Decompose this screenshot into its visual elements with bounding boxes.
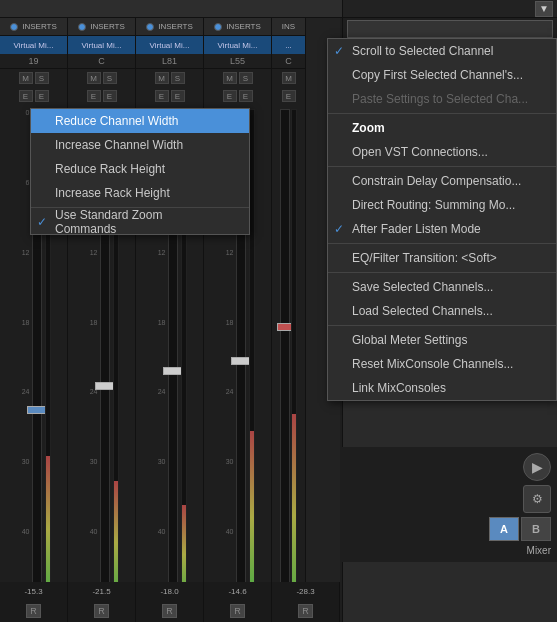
btn-row2: E E	[68, 87, 135, 105]
menu-item-save-channels[interactable]: Save Selected Channels...	[328, 275, 556, 299]
menu-item-link-mixconsoles[interactable]: Link MixConsoles	[328, 376, 556, 400]
inserts-label: INSERTS	[22, 22, 57, 31]
menu-item-reset-channels[interactable]: Reset MixConsole Channels...	[328, 352, 556, 376]
bottom-label-cell: R	[204, 600, 272, 622]
btn-row: M S	[0, 69, 67, 87]
btn-row2: E	[272, 87, 305, 105]
solo-btn[interactable]: S	[171, 72, 185, 84]
fader-handle[interactable]	[27, 406, 47, 414]
solo-btn[interactable]: S	[35, 72, 49, 84]
menu-item-use-standard-zoom[interactable]: ✓ Use Standard Zoom Commands	[31, 210, 249, 234]
fader-track-area	[272, 105, 305, 622]
btn-row: M S	[68, 69, 135, 87]
menu-item-label: Global Meter Settings	[352, 333, 467, 347]
r-button[interactable]: R	[26, 604, 41, 618]
fader-handle[interactable]	[95, 382, 115, 390]
menu-item-increase-rack-height[interactable]: Increase Rack Height	[31, 181, 249, 205]
inserts-header: INSERTS	[68, 18, 135, 36]
mute-btn[interactable]: M	[87, 72, 101, 84]
r-button[interactable]: R	[94, 604, 109, 618]
menu-item-label: Increase Channel Width	[55, 138, 183, 152]
ab-buttons: A B	[489, 517, 551, 541]
edit-btn[interactable]: E	[223, 90, 237, 102]
channel-number: 19	[0, 54, 67, 69]
menu-item-label: Reduce Rack Height	[55, 162, 165, 176]
btn-row2: E E	[0, 87, 67, 105]
insert-dot	[10, 23, 18, 31]
menu-item-label: Link MixConsoles	[352, 381, 446, 395]
inserts-header: INSERTS	[136, 18, 203, 36]
fader-track[interactable]	[280, 109, 290, 618]
menu-item-reduce-channel-width[interactable]: Reduce Channel Width	[31, 109, 249, 133]
right-panel: ▼ ✓ Scroll to Selected Channel Copy Firs…	[342, 0, 557, 622]
level-cell: -21.5	[68, 582, 136, 600]
b-button[interactable]: B	[521, 517, 551, 541]
menu-item-label: Copy First Selected Channel's...	[352, 68, 523, 82]
dropdown-arrow-btn[interactable]: ▼	[535, 1, 553, 17]
mute-btn[interactable]: M	[223, 72, 237, 84]
edit-btn2[interactable]: E	[239, 90, 253, 102]
menu-item-label: After Fader Listen Mode	[352, 222, 481, 236]
menu-item-zoom[interactable]: Zoom	[328, 116, 556, 140]
menu-item-global-meter[interactable]: Global Meter Settings	[328, 328, 556, 352]
play-btn[interactable]: ▶	[523, 453, 551, 481]
channel-name: Virtual Mi...	[68, 36, 135, 54]
menu-item-increase-channel-width[interactable]: Increase Channel Width	[31, 133, 249, 157]
level-value: -18.0	[160, 587, 178, 596]
bottom-label-cell: R	[272, 600, 340, 622]
inserts-label: INSERTS	[226, 22, 261, 31]
menu-item-scroll-to-channel[interactable]: ✓ Scroll to Selected Channel	[328, 39, 556, 63]
edit-btn[interactable]: E	[19, 90, 33, 102]
a-button[interactable]: A	[489, 517, 519, 541]
menu-item-load-channels[interactable]: Load Selected Channels...	[328, 299, 556, 323]
btn-row: M S	[204, 69, 271, 87]
edit-btn2[interactable]: E	[35, 90, 49, 102]
fader-handle[interactable]	[231, 357, 251, 365]
edit-btn[interactable]: E	[155, 90, 169, 102]
menu-item-constrain-delay[interactable]: Constrain Delay Compensatio...	[328, 169, 556, 193]
input-area	[343, 18, 557, 40]
menu-item-copy-channel[interactable]: Copy First Selected Channel's...	[328, 63, 556, 87]
menu-item-direct-routing[interactable]: Direct Routing: Summing Mo...	[328, 193, 556, 217]
edit-btn2[interactable]: E	[103, 90, 117, 102]
edit-btn2[interactable]: E	[171, 90, 185, 102]
menu-separator	[328, 243, 556, 244]
mute-btn[interactable]: M	[19, 72, 33, 84]
edit-btn[interactable]: E	[87, 90, 101, 102]
menu-item-paste-settings[interactable]: Paste Settings to Selected Cha...	[328, 87, 556, 111]
bottom-label-cell: R	[136, 600, 204, 622]
menu-item-label: Load Selected Channels...	[352, 304, 493, 318]
btn-row2: E E	[204, 87, 271, 105]
menu-item-eq-filter[interactable]: EQ/Filter Transition: <Soft>	[328, 246, 556, 270]
level-value: -28.3	[296, 587, 314, 596]
transport-area: ▶ ⚙ A B Mixer	[342, 447, 557, 562]
menu-separator	[328, 325, 556, 326]
r-button[interactable]: R	[230, 604, 245, 618]
left-context-menu: Reduce Channel Width Increase Channel Wi…	[30, 108, 250, 235]
right-context-menu: ✓ Scroll to Selected Channel Copy First …	[327, 38, 557, 401]
menu-item-vst-connections[interactable]: Open VST Connections...	[328, 140, 556, 164]
inserts-label: INSERTS	[90, 22, 125, 31]
fader-handle[interactable]	[163, 367, 183, 375]
menu-separator	[328, 166, 556, 167]
level-cell: -18.0	[136, 582, 204, 600]
menu-item-label: Paste Settings to Selected Cha...	[352, 92, 528, 106]
btn-row: M	[272, 69, 305, 87]
top-bar: ▼	[343, 0, 557, 18]
r-button[interactable]: R	[298, 604, 313, 618]
menu-item-after-fader[interactable]: ✓ After Fader Listen Mode	[328, 217, 556, 241]
menu-item-label: Save Selected Channels...	[352, 280, 493, 294]
channel-number: L81	[136, 54, 203, 69]
settings-btn[interactable]: ⚙	[523, 485, 551, 513]
solo-btn[interactable]: S	[103, 72, 117, 84]
level-cell: -28.3	[272, 582, 340, 600]
mute-btn[interactable]: M	[155, 72, 169, 84]
edit-btn[interactable]: E	[282, 90, 296, 102]
solo-btn[interactable]: S	[239, 72, 253, 84]
mixer-label: Mixer	[527, 545, 551, 556]
menu-item-reduce-rack-height[interactable]: Reduce Rack Height	[31, 157, 249, 181]
r-button[interactable]: R	[162, 604, 177, 618]
channel-search-input[interactable]	[347, 20, 553, 38]
level-value: -15.3	[24, 587, 42, 596]
mute-btn[interactable]: M	[282, 72, 296, 84]
